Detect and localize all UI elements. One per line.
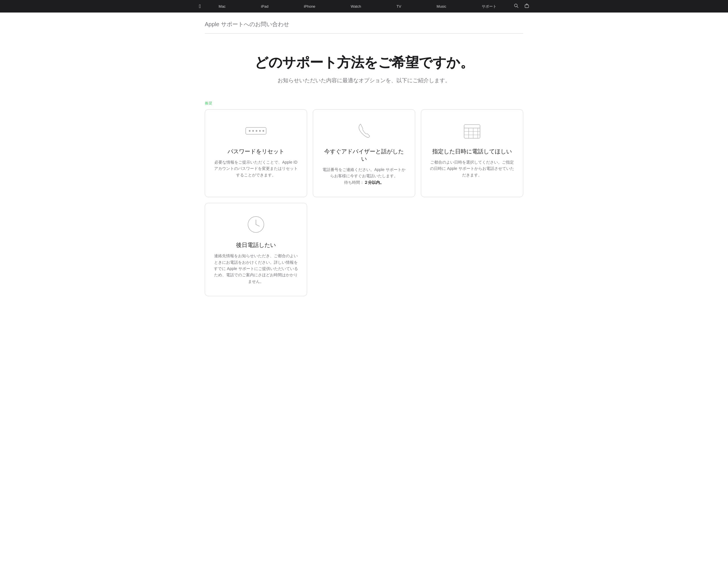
nav-bar:  Mac iPad iPhone Watch TV Music サポート xyxy=(0,0,728,12)
card-schedule[interactable]: 指定した日時に電話してほしい ご都合のよい日時を選択してください。ご指定の日時に… xyxy=(421,109,523,197)
calendar-icon xyxy=(463,122,481,140)
card-call-later[interactable]: 後日電話したい 連絡先情報をお知らせいただき、ご都合のよいときにお電話をおかけく… xyxy=(205,203,307,296)
password-icon xyxy=(244,125,267,137)
svg-line-18 xyxy=(256,225,259,226)
nav-item-support[interactable]: サポート xyxy=(482,4,496,8)
card-password-reset[interactable]: パスワードをリセット 必要な情報をご提示いただくことで、Apple ID アカウ… xyxy=(205,109,307,197)
nav-item-mac[interactable]: Mac xyxy=(219,4,226,8)
search-icon[interactable] xyxy=(514,4,518,9)
card-talk-desc: 電話番号をご連絡ください。Apple サポートからお客様に今すぐお電話いたします… xyxy=(322,167,406,185)
nav-items: Mac iPad iPhone Watch TV Music サポート xyxy=(201,4,514,9)
hero-section: どのサポート方法をご希望ですか。 お知らせいただいた内容に最適なオプションを、以… xyxy=(205,33,523,93)
card-talk-now[interactable]: 今すぐアドバイザーと話がしたい 電話番号をご連絡ください。Apple サポートか… xyxy=(313,109,415,197)
hero-title: どのサポート方法をご希望ですか。 xyxy=(205,53,523,72)
nav-item-music[interactable]: Music xyxy=(437,4,446,8)
phone-icon xyxy=(357,123,371,139)
card-password-title: パスワードをリセット xyxy=(213,148,298,155)
svg-point-8 xyxy=(262,130,264,132)
card-call-later-desc: 連絡先情報をお知らせいただき、ご都合のよいときにお電話をおかけください。詳しい情… xyxy=(213,253,298,284)
svg-point-5 xyxy=(252,130,254,132)
nav-item-watch[interactable]: Watch xyxy=(350,4,361,8)
nav-item-ipad[interactable]: iPad xyxy=(261,4,268,8)
clock-icon xyxy=(247,216,265,233)
card-password-desc: 必要な情報をご提示いただくことで、Apple ID アカウントのパスワードを変更… xyxy=(213,159,298,178)
bag-icon[interactable] xyxy=(525,3,529,9)
svg-point-6 xyxy=(256,130,257,132)
phone-icon-wrapper xyxy=(322,121,406,141)
cards-grid-top: パスワードをリセット 必要な情報をご提示いただくことで、Apple ID アカウ… xyxy=(205,109,523,197)
svg-point-4 xyxy=(249,130,251,132)
recommended-label: 推奨 xyxy=(205,101,523,106)
hero-subtitle: お知らせいただいた内容に最適なオプションを、以下にご紹介します。 xyxy=(205,77,523,84)
breadcrumb-text: Apple サポートへのお問い合わせ xyxy=(205,21,289,27)
calendar-icon-wrapper xyxy=(430,121,515,141)
clock-icon-wrapper xyxy=(213,215,298,234)
card-schedule-desc: ご都合のよい日時を選択してください。ご指定の日時に Apple サポートからお電… xyxy=(430,159,515,178)
card-schedule-title: 指定した日時に電話してほしい xyxy=(430,148,515,155)
cards-grid-bottom: 後日電話したい 連絡先情報をお知らせいただき、ご都合のよいときにお電話をおかけく… xyxy=(205,203,523,296)
svg-point-0 xyxy=(515,4,517,7)
password-icon-wrapper xyxy=(213,121,298,141)
svg-point-7 xyxy=(259,130,261,132)
breadcrumb: Apple サポートへのお問い合わせ xyxy=(205,12,523,33)
card-talk-title: 今すぐアドバイザーと話がしたい xyxy=(322,148,406,162)
page-wrapper: Apple サポートへのお問い合わせ どのサポート方法をご希望ですか。 お知らせ… xyxy=(193,12,535,296)
nav-icons xyxy=(514,3,529,9)
apple-logo-icon[interactable]:  xyxy=(199,3,201,9)
svg-line-1 xyxy=(517,6,518,8)
nav-item-iphone[interactable]: iPhone xyxy=(304,4,315,8)
card-call-later-title: 後日電話したい xyxy=(213,241,298,249)
svg-rect-2 xyxy=(525,5,529,8)
nav-item-tv[interactable]: TV xyxy=(396,4,401,8)
